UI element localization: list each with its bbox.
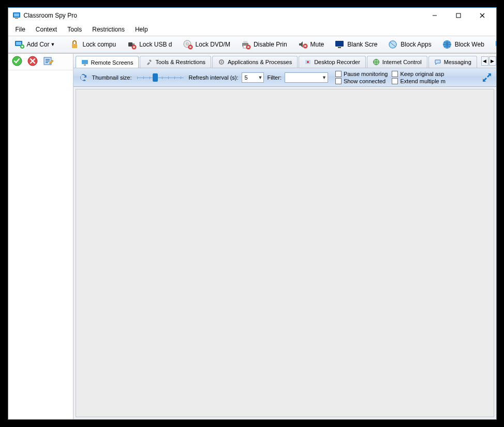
globe-icon: [442, 39, 452, 50]
right-panel: Remote Screens Tools & Restrictions Appl…: [73, 54, 496, 419]
app-window: Classroom Spy Pro File Context Tools Res…: [8, 7, 497, 420]
window-controls: [423, 8, 494, 23]
titlebar: Classroom Spy Pro: [8, 8, 496, 23]
computer-list[interactable]: [8, 70, 73, 419]
chat-icon: [434, 58, 441, 66]
block-apps-label: Block Apps: [401, 41, 431, 48]
thumbnail-size-label: Thumbnail size:: [92, 74, 132, 81]
show-connected-checkbox[interactable]: Show connected: [335, 78, 388, 84]
tab-internet-control[interactable]: Internet Control: [367, 56, 427, 68]
tab-label: Remote Screens: [91, 59, 134, 66]
svg-rect-32: [82, 60, 88, 64]
mute-label: Mute: [310, 41, 324, 48]
svg-rect-23: [338, 47, 341, 48]
thumbnail-size-slider[interactable]: [137, 72, 184, 83]
svg-rect-2: [15, 18, 18, 19]
add-computer-button[interactable]: Add Cor ▼: [10, 37, 59, 52]
tab-desktop-recorder[interactable]: Desktop Recorder: [299, 56, 366, 68]
tab-applications-processes[interactable]: Applications & Processes: [212, 56, 298, 68]
refresh-interval-value: 5: [245, 74, 255, 81]
tab-label: Messaging: [444, 59, 471, 65]
edit-list-icon[interactable]: [42, 55, 54, 68]
close-button[interactable]: [470, 8, 494, 23]
computer-icon: [14, 39, 24, 50]
tab-label: Applications & Processes: [228, 59, 292, 65]
printer-block-icon: [241, 39, 251, 50]
tools-icon: [145, 58, 153, 66]
disable-printing-label: Disable Prin: [254, 41, 287, 48]
gear-icon: [218, 58, 225, 66]
svg-point-37: [307, 61, 309, 63]
blank-screen-button[interactable]: Blank Scre: [331, 37, 381, 52]
menu-tools[interactable]: Tools: [62, 24, 87, 35]
lock-usb-label: Lock USB d: [139, 41, 172, 48]
menu-help[interactable]: Help: [130, 24, 153, 35]
svg-rect-1: [14, 13, 19, 17]
checkbox-column-1: Pause monitoring Show connected: [335, 71, 388, 84]
sub-toolbar: Thumbnail size: Refresh interval (s): 5 …: [73, 68, 496, 87]
menu-file[interactable]: File: [10, 24, 31, 35]
lock-icon: [69, 39, 80, 50]
tab-label: Internet Control: [382, 59, 422, 65]
share-my-button[interactable]: Share my D: [491, 37, 496, 52]
tab-strip: Remote Screens Tools & Restrictions Appl…: [73, 54, 496, 68]
svg-rect-11: [128, 42, 132, 47]
block-web-button[interactable]: Block Web: [438, 37, 488, 52]
left-panel: [8, 54, 73, 419]
usb-block-icon: [126, 39, 137, 50]
globe-small-icon: [373, 58, 380, 66]
tab-label: Tools & Restrictions: [155, 59, 205, 65]
block-apps-button[interactable]: Block Apps: [384, 37, 435, 52]
minimize-button[interactable]: [423, 8, 447, 23]
check-ok-icon[interactable]: [11, 55, 23, 68]
pause-monitoring-checkbox[interactable]: Pause monitoring: [335, 71, 388, 77]
filter-combo[interactable]: ▼: [285, 72, 328, 83]
keep-original-aspect-checkbox[interactable]: Keep original asp: [392, 71, 445, 77]
disable-printing-button[interactable]: Disable Prin: [237, 37, 291, 52]
menu-context[interactable]: Context: [31, 24, 62, 35]
svg-point-15: [186, 43, 188, 45]
extend-multiple-checkbox[interactable]: Extend multiple m: [392, 78, 445, 84]
tab-tools-restrictions[interactable]: Tools & Restrictions: [140, 56, 211, 68]
block-web-label: Block Web: [455, 41, 484, 48]
lock-dvd-label: Lock DVD/M: [196, 41, 230, 48]
left-panel-toolbar: [8, 54, 73, 70]
monitor-icon: [81, 59, 88, 66]
lock-dvd-button[interactable]: Lock DVD/M: [179, 37, 234, 52]
tab-scroll-left[interactable]: ◀: [481, 56, 488, 66]
tab-remote-screens[interactable]: Remote Screens: [76, 56, 139, 68]
chevron-down-icon: ▼: [322, 75, 327, 80]
dvd-block-icon: [183, 39, 193, 50]
svg-rect-4: [456, 13, 461, 18]
speaker-block-icon: [298, 39, 308, 50]
tab-scroll-right[interactable]: ▶: [489, 56, 496, 66]
menu-restrictions[interactable]: Restrictions: [87, 24, 130, 35]
lock-computers-label: Lock compu: [82, 41, 116, 48]
tab-label: Desktop Recorder: [314, 59, 360, 65]
filter-label: Filter:: [267, 74, 281, 81]
checkbox-column-2: Keep original asp Extend multiple m: [392, 71, 445, 84]
lock-usb-button[interactable]: Lock USB d: [123, 37, 175, 52]
expand-icon[interactable]: [481, 71, 493, 84]
tab-messaging[interactable]: Messaging: [428, 56, 477, 68]
lock-computers-button[interactable]: Lock compu: [66, 37, 120, 52]
share-screen-icon: [495, 39, 496, 50]
refresh-interval-combo[interactable]: 5 ▼: [242, 72, 264, 83]
mute-button[interactable]: Mute: [294, 37, 328, 52]
add-computer-label: Add Cor: [27, 41, 50, 48]
cancel-icon[interactable]: [27, 55, 38, 68]
svg-rect-33: [84, 65, 86, 66]
recorder-icon: [304, 58, 312, 66]
svg-point-35: [221, 62, 223, 63]
svg-rect-22: [335, 41, 344, 47]
svg-rect-10: [72, 44, 77, 48]
svg-rect-8: [16, 42, 21, 45]
maximize-button[interactable]: [447, 8, 470, 23]
refresh-icon[interactable]: [77, 71, 89, 84]
app-icon: [12, 11, 21, 20]
screens-content-area[interactable]: [76, 89, 494, 417]
svg-rect-18: [243, 41, 247, 43]
refresh-interval-label: Refresh interval (s):: [189, 74, 239, 81]
svg-rect-27: [496, 41, 496, 46]
slider-thumb[interactable]: [153, 73, 158, 82]
